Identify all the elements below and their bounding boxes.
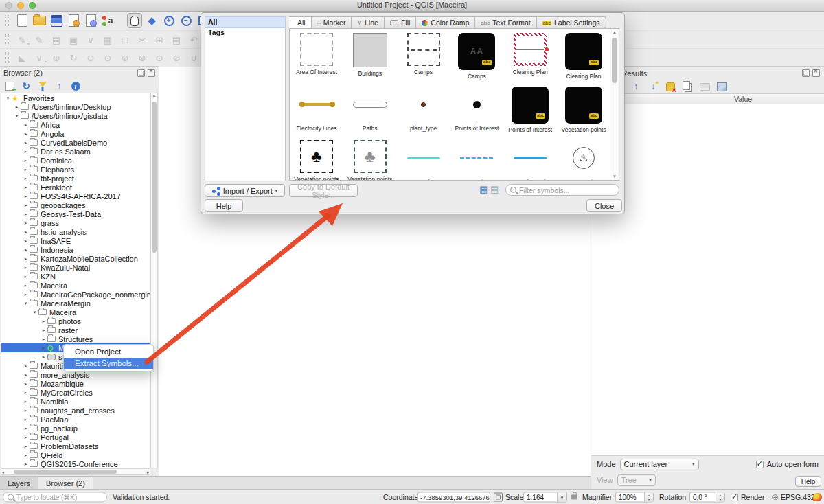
toolbar-icon[interactable] [66,13,81,28]
view-select[interactable]: Tree ▾ [617,474,656,486]
expander-icon[interactable] [40,336,47,342]
import-export-button[interactable]: Import / Export ▾ [205,184,285,197]
magnifier-stepper[interactable]: 100% ▲▼ [615,492,654,503]
toolbar-icon[interactable] [83,50,98,65]
tree-vertical-scrollbar[interactable]: ▲ [150,93,158,468]
tree-item[interactable]: fbf-project [1,174,150,183]
tree-item[interactable]: MyGreatCircles [1,388,150,397]
tree-item[interactable]: Dar es Salaam [1,147,150,156]
expander-icon[interactable] [22,408,30,413]
extent-icon[interactable] [494,493,503,502]
toolbar-icon[interactable] [127,13,142,28]
stepper-arrows-icon[interactable]: ▲▼ [644,493,653,502]
toolbar-icon[interactable] [179,13,194,28]
toolbar-icon[interactable] [32,13,47,28]
toolbar-icon[interactable] [117,32,133,47]
filter-symbols-input[interactable]: Filter symbols... [505,184,619,196]
tree-item[interactable]: Africa [1,120,150,129]
expander-icon[interactable] [22,435,30,440]
identify-toolbar-icon[interactable] [680,80,694,93]
close-panel-icon[interactable] [812,69,820,77]
tree-item[interactable]: Maceira [1,308,150,317]
copy-to-default-style-button[interactable]: Copy to Default Style... [289,184,358,197]
expander-icon[interactable] [13,113,21,119]
tree-item[interactable]: ProblemDatasets [1,442,150,450]
browser-toolbar-icon[interactable] [36,79,49,93]
toolbar-icon[interactable] [14,13,30,28]
tree-item[interactable]: PacMan [1,415,150,424]
identify-toolbar-icon[interactable] [629,80,643,93]
tree-item[interactable]: QGIS2015-Conference [1,459,150,468]
toolbar-icon[interactable] [32,32,47,47]
tree-item[interactable]: naughts_and_crosses [1,406,150,415]
toolbar-icon[interactable] [186,32,201,47]
toolbar-icon[interactable] [169,50,184,65]
browser-toolbar-icon[interactable] [19,79,33,93]
dialog-help-button[interactable]: Help [205,199,243,212]
category-item[interactable]: Tags [205,27,285,38]
dialog-tab[interactable]: Line [352,16,384,29]
expander-icon[interactable] [22,131,30,137]
tree-item[interactable]: Mozambique [1,379,150,388]
expander-icon[interactable] [22,426,30,431]
lock-scale-icon[interactable] [571,495,577,500]
symbol-item[interactable]: Points of Interest [450,85,504,139]
icon-view-toggle[interactable]: ▦ [479,185,488,194]
expander-icon[interactable] [22,265,30,271]
symbol-item[interactable]: Camps [397,32,450,85]
dialog-tab[interactable]: Marker [312,16,352,29]
panel-tab[interactable]: Browser (2) [38,477,93,490]
tree-horizontal-scrollbar[interactable]: ◂▸ [1,468,150,475]
toolbar-icon[interactable] [117,50,133,65]
expander-icon[interactable] [40,345,47,351]
identify-toolbar-icon[interactable] [715,80,729,93]
dialog-tab[interactable]: Label Settings [537,16,606,29]
expander-icon[interactable] [22,461,30,467]
tree-item[interactable]: Namibia [1,397,150,406]
toolbar-icon[interactable] [135,32,150,47]
symbol-item[interactable]: Vegetation points [557,85,610,139]
browser-toolbar-icon[interactable] [3,79,16,93]
expander-icon[interactable] [22,149,30,154]
tree-item[interactable]: raster [1,325,150,334]
expander-icon[interactable] [22,363,30,369]
identify-toolbar-icon[interactable] [646,80,660,93]
symbol-item[interactable]: Water Lines River [503,139,557,180]
expander-icon[interactable] [22,274,30,279]
symbol-item[interactable]: Water Lines Irrigation line [450,139,504,180]
toolbar-icon[interactable] [14,50,30,65]
dialog-close-button[interactable]: Close [586,199,622,212]
expander-icon[interactable] [22,220,30,226]
render-checkbox[interactable] [731,494,738,501]
symbol-item[interactable]: Camps [450,32,504,85]
expander-icon[interactable] [40,354,47,360]
crs-status[interactable]: ⊕ EPSG:4326 [772,493,819,501]
expander-icon[interactable] [22,194,30,199]
symbol-grid-scrollbar[interactable]: ▲▼ [610,29,619,180]
tree-item[interactable]: hs.io-analysis [1,227,150,236]
tree-item[interactable]: Maceira [1,281,150,290]
symbol-item[interactable]: Area Of Interest [290,32,343,85]
context-menu-item[interactable]: Open Project [64,346,153,358]
expander-icon[interactable] [22,122,30,128]
symbol-item[interactable]: Points of Interest [503,85,557,139]
expander-icon[interactable] [22,444,30,449]
toolbar-icon[interactable] [32,50,47,65]
close-panel-icon[interactable] [148,69,155,77]
tree-item[interactable]: pg_backup [1,424,150,433]
expander-icon[interactable] [22,176,30,181]
tree-item[interactable]: KwaZulu-Natal [1,263,150,272]
expander-icon[interactable] [22,140,30,146]
expander-icon[interactable] [40,328,47,333]
toolbar-icon[interactable] [83,32,98,47]
tree-item[interactable]: geopackages [1,201,150,209]
results-table[interactable] [591,104,824,456]
identify-toolbar-icon[interactable] [698,80,711,93]
messages-icon[interactable] [813,493,822,501]
locate-search-input[interactable]: Type to locate (⌘K) [3,492,107,503]
toolbar-icon[interactable] [66,50,81,65]
tree-item[interactable]: MaceiraMergin [1,299,150,308]
symbol-item[interactable]: Buildings [343,32,397,85]
tree-item[interactable]: Dominica [1,156,150,165]
expander-icon[interactable] [22,256,30,262]
